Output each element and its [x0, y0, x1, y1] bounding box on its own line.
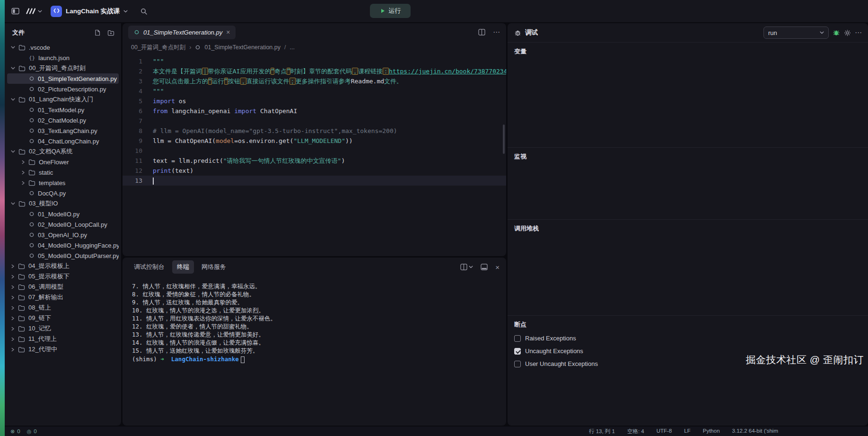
statusbar-items: 行 13, 列 1空格: 4UTF-8LFPython3.12.2 64-bit…: [589, 428, 868, 435]
breakpoint-checkbox[interactable]: [514, 335, 521, 342]
search-icon[interactable]: [140, 8, 148, 15]
tree-item[interactable]: 01_LangChain快速入门: [7, 94, 119, 105]
code-area[interactable]: 1"""2本文件是【开篇词｜带你亲证AI应用开发的“奇点”时刻】章节的配套代码，…: [123, 53, 506, 256]
folder-icon: [18, 347, 25, 353]
tree-item[interactable]: 05_ModelIO_OutputParser.py: [7, 250, 119, 261]
workspace-switcher[interactable]: LangChain 实战课: [51, 6, 128, 17]
tree-item-label: static: [39, 169, 53, 176]
breakpoint-row[interactable]: Raised Exceptions: [514, 335, 861, 342]
tree-item[interactable]: 02_PictureDescription.py: [7, 84, 119, 94]
tree-item[interactable]: 04_ChatLongChain.py: [7, 136, 119, 146]
tree-item[interactable]: 02_ModelIO_LoopCall.py: [7, 219, 119, 230]
code-line[interactable]: 2本文件是【开篇词｜带你亲证AI应用开发的“奇点”时刻】章节的配套代码，课程链接…: [123, 66, 506, 76]
breakpoint-checkbox[interactable]: [514, 348, 521, 355]
code-line[interactable]: 3您可以点击最上方的“运行”按钮，直接运行该文件；更多操作指引请参考Readme…: [123, 76, 506, 86]
panel-toggle-icon[interactable]: [11, 8, 19, 15]
editor-tab[interactable]: 01_SimpleTextGeneration.py ×: [128, 26, 236, 39]
more-icon[interactable]: ⋯: [493, 28, 500, 36]
tree-item[interactable]: 01_ModelIO.py: [7, 209, 119, 219]
debugger-icon[interactable]: [833, 29, 840, 36]
tree-item[interactable]: 12_代理中: [7, 344, 119, 355]
status-indicator[interactable]: ⊗0: [10, 428, 20, 435]
tree-item[interactable]: 00_开篇词_奇点时刻: [7, 63, 119, 73]
tree-item[interactable]: 07_解析输出: [7, 292, 119, 303]
statusbar: ⊗0◎0 行 13, 列 1空格: 4UTF-8LFPython3.12.2 6…: [5, 427, 868, 436]
breakpoint-checkbox[interactable]: [514, 361, 521, 367]
debug-panel: 调试 run ⋯ 变量 监视 调用堆栈: [508, 23, 868, 426]
statusbar-item[interactable]: UTF-8: [657, 428, 672, 435]
status-indicator[interactable]: ◎0: [27, 428, 37, 435]
tree-item[interactable]: 11_代理上: [7, 334, 119, 344]
code-line[interactable]: 6from langchain_openai import ChatOpenAI: [123, 106, 506, 116]
bottom-panel-tabs: 调试控制台终端网络服务: [129, 260, 231, 274]
tree-item[interactable]: 05_提示模板下: [7, 271, 119, 282]
tree-item[interactable]: templates: [7, 178, 119, 188]
tree-item[interactable]: 04_提示模板上: [7, 261, 119, 271]
tree-item[interactable]: 10_记忆: [7, 323, 119, 334]
panel-layout-icon[interactable]: [481, 264, 488, 270]
watch-section: 监视: [508, 147, 868, 219]
code-line[interactable]: 8# llm = OpenAI(model_name="gpt-3.5-turb…: [123, 126, 506, 136]
gear-icon[interactable]: [844, 29, 851, 36]
tree-item[interactable]: 04_ModelIO_HuggingFace.py: [7, 240, 119, 250]
tree-item[interactable]: 01_TextModel.py: [7, 105, 119, 115]
tree-item-label: 09_链下: [28, 314, 51, 322]
tree-item[interactable]: OneFlower: [7, 157, 119, 167]
statusbar-item[interactable]: Python: [703, 428, 720, 435]
panel-tab-终端[interactable]: 终端: [172, 260, 194, 274]
close-icon[interactable]: ×: [226, 29, 230, 36]
split-terminal-button[interactable]: [460, 264, 473, 270]
statusbar-item[interactable]: LF: [684, 428, 690, 435]
new-folder-icon[interactable]: [107, 30, 114, 36]
code-line[interactable]: 12print(text): [123, 166, 506, 176]
statusbar-item[interactable]: 空格: 4: [627, 428, 644, 435]
run-button-label: 运行: [389, 7, 401, 15]
panel-tab-调试控制台[interactable]: 调试控制台: [129, 260, 169, 274]
chevron-right-icon: [11, 264, 15, 268]
tree-item[interactable]: 03_模型IO: [7, 198, 119, 209]
statusbar-item[interactable]: 行 13, 列 1: [589, 428, 615, 435]
terminal-output[interactable]: 7. 情人节，红玫瑰相伴，爱意满满，幸福永远。8. 红玫瑰，爱情的象征，情人节的…: [123, 276, 506, 363]
statusbar-item[interactable]: 3.12.2 64-bit ('shim: [732, 428, 778, 435]
chevron-down-icon: [11, 202, 15, 205]
tree-item[interactable]: 03_TextLangChain.py: [7, 125, 119, 136]
play-icon: [380, 8, 386, 14]
tree-item[interactable]: {}launch.json: [7, 53, 119, 63]
breadcrumb-more[interactable]: ...: [289, 44, 294, 51]
app-menu[interactable]: [25, 8, 42, 15]
tree-item[interactable]: 02_ChatModel.py: [7, 115, 119, 125]
code-line[interactable]: 1""": [123, 56, 506, 66]
run-config-select[interactable]: run: [763, 27, 829, 39]
code-text: """: [153, 56, 164, 66]
tree-item[interactable]: 01_SimpleTextGeneration.py: [7, 73, 119, 84]
code-line[interactable]: 11text = llm.predict("请给我写一句情人节红玫瑰的中文宣传语…: [123, 156, 506, 166]
tree-item[interactable]: 08_链上: [7, 303, 119, 313]
tree-item[interactable]: 09_链下: [7, 313, 119, 323]
breadcrumb-file[interactable]: 01_SimpleTextGeneration.py: [204, 44, 281, 51]
terminal-line: 11. 情人节，用红玫瑰表达你的深情，让爱永不褪色。: [132, 314, 501, 322]
tree-item[interactable]: DocQA.py: [7, 188, 119, 198]
tree-item[interactable]: 06_调用模型: [7, 282, 119, 292]
close-icon[interactable]: ×: [495, 263, 500, 271]
code-line[interactable]: 5import os: [123, 96, 506, 106]
split-editor-icon[interactable]: [478, 29, 485, 36]
line-number: 7: [123, 116, 142, 126]
tree-item[interactable]: 03_OpenAI_IO.py: [7, 230, 119, 240]
run-button[interactable]: 运行: [370, 4, 411, 18]
breadcrumb-folder[interactable]: 00_开篇词_奇点时刻: [131, 44, 185, 52]
tree-item[interactable]: .vscode: [7, 42, 119, 53]
chevron-right-icon: [11, 295, 15, 300]
files-panel-header: 文件: [5, 23, 121, 40]
code-line[interactable]: 4""": [123, 86, 506, 96]
editor-scrollbar[interactable]: [503, 125, 505, 154]
code-line[interactable]: 10: [123, 146, 506, 156]
tree-item-label: 02_ModelIO_LoopCall.py: [38, 221, 107, 228]
code-line[interactable]: 7: [123, 116, 506, 126]
tree-item[interactable]: 02_文档QA系统: [7, 146, 119, 157]
code-line[interactable]: 13: [123, 176, 506, 186]
new-file-icon[interactable]: [94, 29, 101, 36]
panel-tab-网络服务[interactable]: 网络服务: [197, 260, 231, 274]
more-icon[interactable]: ⋯: [855, 28, 862, 37]
tree-item[interactable]: static: [7, 167, 119, 178]
code-line[interactable]: 9llm = ChatOpenAI(model=os.environ.get("…: [123, 136, 506, 146]
